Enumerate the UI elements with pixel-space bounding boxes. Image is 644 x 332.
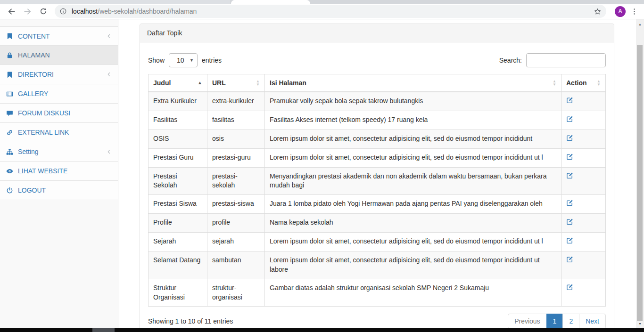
page-scrollbar[interactable]: ▲ ▼ (636, 19, 644, 328)
column-header-judul[interactable]: Judul▲ (149, 74, 207, 92)
sidebar-item-logout[interactable]: LOGOUT (0, 181, 118, 200)
cell-action (561, 195, 606, 214)
topics-table: Judul▲ URL▲▼ Isi Halaman▲▼ Action▲▼ Extr… (148, 74, 606, 307)
bookmark-star-icon[interactable] (594, 8, 602, 16)
cell-action (561, 148, 606, 167)
sidebar-item-external-link[interactable]: EXTERNAL LINK (0, 123, 118, 142)
cell-action (561, 233, 606, 251)
table-row: Struktur Organisasi struktur-organisasi … (149, 279, 606, 307)
sidebar-item-setting[interactable]: Setting (0, 142, 118, 162)
forward-icon[interactable] (21, 5, 34, 18)
sidebar-item-halaman[interactable]: HALAMAN (0, 46, 118, 65)
cell-url: prestasi-guru (207, 148, 265, 167)
cell-judul: Selamat Datang (149, 251, 207, 279)
bookmark-icon (6, 32, 14, 40)
sitemap-icon (6, 148, 14, 155)
cell-judul: Prestasi Guru (149, 148, 207, 167)
url-path: /web-sekolah/dashboard/halaman (98, 8, 197, 15)
entries-label: entries (202, 57, 222, 64)
cell-isi-halaman: Nama kepala sekolah (265, 214, 561, 233)
page-length-select[interactable]: 10 ▼ (169, 53, 198, 67)
sidebar-item-direktori[interactable]: DIREKTORI (0, 65, 118, 84)
lock-icon (6, 51, 14, 59)
column-header-isi-halaman[interactable]: Isi Halaman▲▼ (265, 74, 561, 92)
table-row: Prestasi Guru prestasi-guru Lorem ipsum … (149, 148, 606, 167)
refresh-icon[interactable] (37, 5, 50, 18)
page-length-value: 10 (177, 57, 184, 64)
sidebar-item-label: LOGOUT (18, 186, 46, 194)
sidebar-item-label: DIREKTORI (18, 71, 54, 78)
select-caret-icon: ▼ (190, 58, 194, 63)
cell-action (561, 130, 606, 148)
browser-menu-icon[interactable] (630, 8, 638, 16)
sort-both-icon: ▲▼ (597, 80, 601, 86)
cell-url: profile (207, 214, 265, 233)
cell-action (561, 251, 606, 279)
edit-icon[interactable] (566, 283, 573, 291)
sidebar-item-forum-diskusi[interactable]: FORUM DISKUSI (0, 104, 118, 123)
url-host: localhost (72, 8, 98, 15)
cell-judul: Prestasi Sekolah (149, 167, 207, 195)
chevron-left-icon (106, 33, 112, 39)
edit-icon[interactable] (566, 199, 573, 206)
scroll-up-icon[interactable]: ▲ (636, 20, 644, 28)
url-text: localhost/web-sekolah/dashboard/halaman (72, 8, 594, 15)
sidebar-item-label: Setting (18, 148, 39, 155)
cell-isi-halaman: Lorem ipsum dolor sit amet, consectetur … (265, 233, 561, 251)
url-bar[interactable]: localhost/web-sekolah/dashboard/halaman (55, 5, 606, 18)
edit-icon[interactable] (566, 237, 573, 244)
sidebar-item-label: CONTENT (18, 32, 50, 40)
sidebar-item-label: HALAMAN (18, 51, 50, 59)
scroll-down-icon[interactable]: ▼ (636, 320, 644, 327)
cell-url: struktur-organisasi (207, 279, 265, 307)
cell-judul: Struktur Organisasi (149, 279, 207, 307)
sort-asc-icon: ▲ (198, 81, 202, 85)
cell-action (561, 167, 606, 195)
sidebar-item-gallery[interactable]: GALLERY (0, 84, 118, 104)
table-row: Profile profile Nama kepala sekolah (149, 214, 606, 233)
entries-info: Showing 1 to 10 of 11 entries (148, 317, 233, 325)
edit-icon[interactable] (566, 115, 573, 122)
pagination-2[interactable]: 2 (562, 314, 579, 329)
page-content: CONTENT HALAMAN DIREKTORI GALLERY FORUM … (0, 19, 644, 328)
cell-isi-halaman: Juara 1 lomba pidato oleh Yogi Hermawan … (265, 195, 561, 214)
edit-icon[interactable] (566, 218, 573, 225)
cell-isi-halaman: Lorem ipsum dolor sit amet, consectetur … (265, 148, 561, 167)
cell-action (561, 214, 606, 233)
info-icon[interactable] (59, 8, 67, 15)
column-header-url[interactable]: URL▲▼ (207, 74, 265, 92)
eye-icon (6, 167, 14, 175)
chevron-left-icon (106, 72, 112, 77)
pagination-previous[interactable]: Previous (508, 314, 546, 329)
pagination-next[interactable]: Next (579, 314, 606, 329)
table-row: Prestasi Siswa prestasi-siswa Juara 1 lo… (149, 195, 606, 214)
column-header-action[interactable]: Action▲▼ (561, 74, 606, 92)
pagination-1[interactable]: 1 (546, 314, 563, 329)
edit-icon[interactable] (566, 256, 573, 263)
sort-both-icon: ▲▼ (553, 80, 556, 86)
cell-judul: Sejarah (149, 233, 207, 251)
cell-action (561, 279, 606, 307)
bookmark-icon (6, 71, 14, 78)
edit-icon[interactable] (566, 153, 573, 160)
cell-url: osis (207, 130, 265, 148)
power-icon (6, 186, 14, 194)
search-group: Search: (499, 53, 606, 67)
search-input[interactable] (526, 53, 606, 67)
edit-icon[interactable] (566, 97, 573, 104)
page-length-group: Show 10 ▼ entries (148, 53, 222, 67)
sidebar-item-label: FORUM DISKUSI (18, 109, 70, 117)
sort-both-icon: ▲▼ (256, 80, 260, 86)
profile-avatar[interactable]: A (615, 6, 626, 17)
browser-tab-active[interactable] (231, 0, 310, 4)
sidebar-item-content[interactable]: CONTENT (0, 26, 118, 46)
back-icon[interactable] (5, 5, 18, 18)
edit-icon[interactable] (566, 172, 573, 179)
sidebar: CONTENT HALAMAN DIREKTORI GALLERY FORUM … (0, 19, 118, 328)
cell-judul: Profile (149, 214, 207, 233)
browser-tab-inactive[interactable] (0, 0, 230, 4)
sidebar-item-lihat-website[interactable]: LIHAT WEBSITE (0, 162, 118, 181)
pagination: Previous12Next (508, 314, 606, 329)
edit-icon[interactable] (566, 134, 573, 141)
scrollbar-thumb[interactable] (637, 45, 643, 321)
